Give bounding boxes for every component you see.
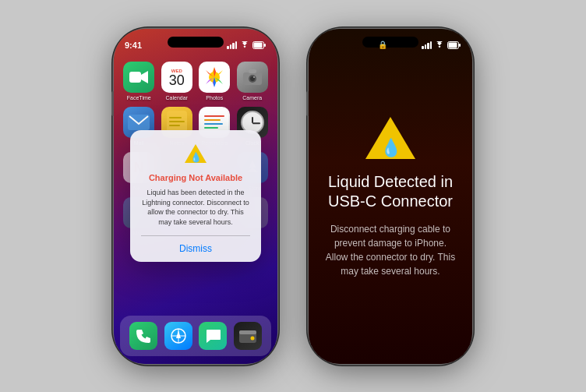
svg-rect-31	[459, 44, 461, 47]
alert-warning-triangle-icon: 💧	[183, 143, 208, 164]
alert-dismiss-button[interactable]: Dismiss	[141, 235, 250, 262]
liquid-screen: 💧 Liquid Detected in USB-C Connector Dis…	[309, 29, 472, 364]
svg-text:💧: 💧	[190, 151, 202, 163]
right-signal-icon	[422, 41, 432, 49]
right-phone: 🔒	[309, 29, 472, 364]
left-phone: 9:41	[114, 29, 277, 364]
alert-overlay: 💧 Charging Not Available Liquid has been…	[114, 29, 277, 364]
lock-icon: 🔒	[378, 41, 387, 49]
right-battery-icon	[447, 41, 461, 49]
liquid-title: Liquid Detected in USB-C Connector	[324, 172, 457, 211]
alert-box: 💧 Charging Not Available Liquid has been…	[130, 130, 261, 262]
alert-title: Charging Not Available	[141, 172, 250, 183]
right-wifi-icon	[435, 41, 444, 48]
svg-text:💧: 💧	[380, 137, 402, 158]
svg-rect-32	[449, 42, 457, 48]
alert-icon: 💧	[141, 143, 250, 168]
right-status-bar: 🔒	[309, 29, 472, 57]
alert-body: Liquid has been detected in the Lightnin…	[141, 188, 250, 227]
liquid-body: Disconnect charging cable to prevent dam…	[324, 222, 457, 278]
liquid-warning-triangle-icon: 💧	[363, 115, 418, 161]
right-status-icons	[422, 41, 461, 49]
